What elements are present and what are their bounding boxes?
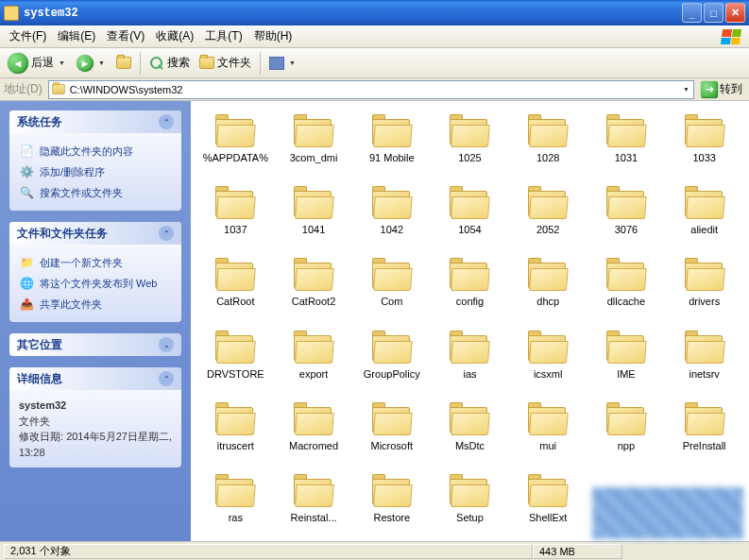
folder-item[interactable]: Macromed bbox=[277, 400, 351, 455]
folder-item[interactable]: 1042 bbox=[354, 184, 429, 239]
folder-label: 91 Mobile bbox=[367, 151, 417, 165]
folder-label: dhcp bbox=[535, 295, 561, 309]
address-label: 地址(D) bbox=[4, 81, 44, 97]
task-label: 添加/删除程序 bbox=[40, 165, 105, 179]
folder-item[interactable]: Reinstal... bbox=[277, 472, 351, 527]
task-link[interactable]: 🌐将这个文件夹发布到 Web bbox=[19, 273, 172, 294]
forward-button[interactable]: ► ▼ bbox=[73, 53, 111, 74]
titlebar: system32 _ □ ✕ bbox=[0, 0, 749, 25]
folder-label: export bbox=[298, 367, 331, 382]
task-link[interactable]: 🔍搜索文件或文件夹 bbox=[19, 182, 172, 203]
folder-item[interactable]: config bbox=[433, 256, 507, 311]
folder-item[interactable]: PreInstall bbox=[667, 400, 741, 455]
views-button[interactable]: ▼ bbox=[265, 55, 301, 72]
back-button[interactable]: ◄ 后退 ▼ bbox=[4, 51, 71, 76]
folder-label: Macromed bbox=[287, 439, 340, 453]
address-input[interactable]: C:\WINDOWS\system32 ▼ bbox=[48, 80, 694, 99]
folder-item[interactable]: 1054 bbox=[433, 184, 507, 239]
folder-item[interactable]: CatRoot2 bbox=[277, 256, 351, 311]
details-header[interactable]: 详细信息 ⌃ bbox=[9, 367, 181, 390]
folder-label: 1033 bbox=[690, 151, 717, 165]
task-link[interactable]: 📤共享此文件夹 bbox=[19, 294, 172, 314]
folder-item[interactable]: icsxml bbox=[511, 329, 586, 383]
folder-label: CatRoot2 bbox=[290, 295, 337, 309]
folder-icon bbox=[528, 474, 568, 507]
folder-label: Microsoft bbox=[368, 439, 415, 453]
folder-item[interactable]: 1025 bbox=[433, 112, 507, 167]
folder-item[interactable]: 3076 bbox=[589, 184, 664, 239]
folders-icon bbox=[199, 57, 214, 69]
folder-item[interactable]: %APPDATA% bbox=[198, 112, 273, 167]
folder-item[interactable]: GroupPolicy bbox=[354, 329, 429, 383]
task-link[interactable]: 📁创建一个新文件夹 bbox=[19, 252, 172, 273]
folder-icon bbox=[4, 6, 19, 21]
folder-icon bbox=[606, 402, 646, 435]
folder-item[interactable]: drivers bbox=[667, 256, 741, 311]
folder-item[interactable]: 91 Mobile bbox=[354, 112, 429, 167]
chevron-down-icon[interactable]: ▼ bbox=[681, 86, 691, 93]
task-link[interactable]: ⚙️添加/删除程序 bbox=[19, 161, 172, 182]
folder-item[interactable]: IME bbox=[589, 329, 664, 383]
folder-item[interactable]: dhcp bbox=[511, 256, 586, 311]
folder-item[interactable]: mui bbox=[511, 400, 586, 455]
folder-item[interactable]: itruscert bbox=[198, 400, 273, 455]
folder-item[interactable]: 1028 bbox=[511, 112, 586, 167]
folder-item[interactable]: 3com_dmi bbox=[277, 112, 351, 167]
up-button[interactable] bbox=[112, 55, 135, 71]
folder-item[interactable]: Restore bbox=[354, 472, 429, 527]
system-tasks-header[interactable]: 系统任务 ⌃ bbox=[9, 110, 181, 133]
folder-label: config bbox=[454, 295, 485, 309]
folder-label: MsDtc bbox=[453, 439, 486, 453]
status-size: 443 MB bbox=[533, 544, 622, 559]
folder-item[interactable]: npp bbox=[589, 400, 664, 455]
folder-item[interactable]: ras bbox=[198, 472, 273, 527]
menu-item[interactable]: 帮助(H) bbox=[248, 25, 298, 47]
folder-item[interactable]: ShellExt bbox=[511, 472, 586, 527]
folder-item[interactable]: DRVSTORE bbox=[198, 329, 273, 383]
statusbar: 2,031 个对象 443 MB bbox=[0, 541, 749, 560]
folder-item[interactable]: 1033 bbox=[667, 112, 741, 167]
panel-title: 详细信息 bbox=[17, 371, 62, 387]
file-tasks-header[interactable]: 文件和文件夹任务 ⌃ bbox=[9, 222, 181, 245]
window-title: system32 bbox=[24, 7, 682, 20]
folder-item[interactable]: 1031 bbox=[589, 112, 664, 167]
folder-item[interactable]: CatRoot bbox=[198, 256, 273, 311]
folder-item[interactable]: Microsoft bbox=[354, 400, 429, 455]
folder-icon bbox=[215, 331, 255, 364]
folder-item[interactable]: MsDtc bbox=[433, 400, 507, 455]
menu-item[interactable]: 工具(T) bbox=[199, 25, 247, 47]
views-icon bbox=[269, 57, 284, 70]
folder-item[interactable]: Setup bbox=[433, 472, 507, 527]
task-link[interactable]: 📄隐藏此文件夹的内容 bbox=[19, 141, 172, 161]
folder-label: dllcache bbox=[605, 295, 647, 309]
folder-label: %APPDATA% bbox=[201, 151, 270, 165]
menu-item[interactable]: 收藏(A) bbox=[150, 25, 199, 47]
menu-item[interactable]: 编辑(E) bbox=[52, 25, 101, 47]
folder-item[interactable]: ias bbox=[433, 329, 507, 383]
menu-item[interactable]: 文件(F) bbox=[4, 25, 52, 47]
folder-item[interactable]: 1037 bbox=[198, 184, 273, 239]
go-button[interactable]: ➜ 转到 bbox=[698, 80, 745, 99]
folder-item[interactable]: aliedit bbox=[667, 184, 741, 239]
chevron-up-icon: ⌃ bbox=[159, 226, 174, 241]
search-button[interactable]: 搜索 bbox=[145, 53, 194, 73]
other-places-header[interactable]: 其它位置 ⌄ bbox=[9, 333, 181, 356]
folder-item[interactable]: dllcache bbox=[589, 256, 664, 311]
folder-item[interactable]: inetsrv bbox=[667, 329, 741, 383]
chevron-up-icon: ⌃ bbox=[159, 114, 174, 129]
menu-item[interactable]: 查看(V) bbox=[101, 25, 150, 47]
folder-icon bbox=[685, 331, 724, 364]
folder-icon bbox=[685, 186, 724, 219]
folder-item[interactable]: 1041 bbox=[277, 184, 351, 239]
folder-label: PreInstall bbox=[681, 439, 728, 453]
maximize-button[interactable]: □ bbox=[704, 3, 723, 23]
folders-button[interactable]: 文件夹 bbox=[196, 53, 255, 73]
folder-label: 1042 bbox=[379, 223, 405, 237]
folder-label: 1054 bbox=[456, 223, 483, 237]
folder-item[interactable]: 2052 bbox=[511, 184, 586, 239]
close-button[interactable]: ✕ bbox=[725, 3, 745, 23]
folder-item[interactable]: export bbox=[277, 329, 351, 383]
folder-item[interactable]: Com bbox=[354, 256, 429, 311]
minimize-button[interactable]: _ bbox=[682, 3, 702, 23]
file-pane[interactable]: %APPDATA%3com_dmi91 Mobile10251028103110… bbox=[191, 101, 749, 541]
